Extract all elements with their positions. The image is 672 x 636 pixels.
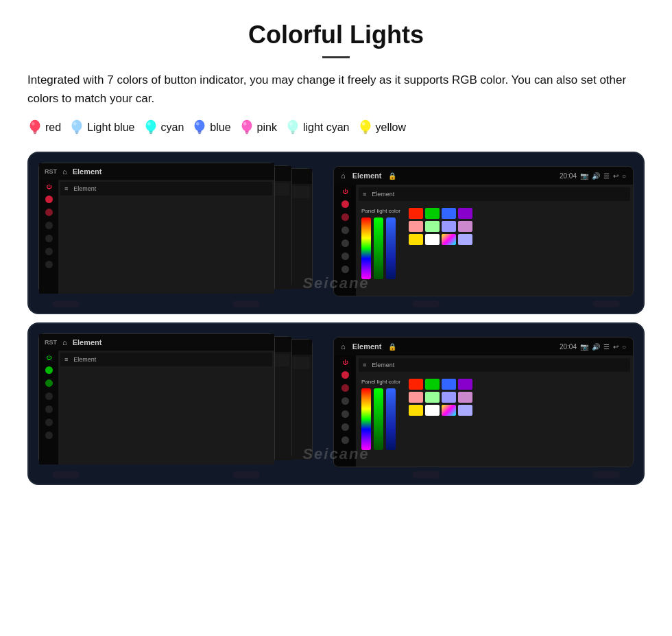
- watermark-1: Seicane: [302, 274, 369, 292]
- device-mount-tabs-1: [38, 296, 634, 307]
- main-panel-screen-2: ⌂ Element 🔒 20:04 📷 🔊 ☰ ↩ ○: [333, 337, 634, 467]
- bulb-icon-pink: [239, 119, 254, 137]
- svg-point-4: [72, 120, 82, 132]
- svg-rect-10: [149, 133, 152, 134]
- svg-point-19: [243, 122, 246, 126]
- svg-rect-6: [75, 133, 78, 134]
- svg-rect-25: [363, 131, 368, 133]
- page-description: Integrated with 7 colors of button indic…: [27, 71, 645, 108]
- title-divider: [322, 56, 350, 58]
- color-item-yellow: yellow: [358, 119, 406, 137]
- bulb-icon-blue: [192, 119, 207, 137]
- svg-rect-2: [34, 133, 36, 134]
- screen-front-1: RST ⌂ Element ⏻: [38, 163, 275, 293]
- main-panel-screen-1: ⌂ Element 🔒 20:04 📷 🔊 ☰ ↩ ○: [333, 166, 634, 296]
- svg-rect-21: [291, 131, 295, 133]
- bulb-icon-yellow: [358, 119, 373, 137]
- bulb-icon-lightcyan: [285, 119, 300, 137]
- svg-rect-18: [245, 133, 248, 134]
- stacked-screens-left-2: MIC ⌂ Element: [38, 333, 326, 467]
- page-container: Colorful Lights Integrated with 7 colors…: [0, 0, 672, 514]
- stacked-screens-left-1: MIC ⌂ Element: [38, 163, 326, 296]
- color-label-cyan: cyan: [161, 121, 184, 134]
- svg-rect-1: [33, 131, 37, 133]
- svg-point-0: [30, 120, 40, 132]
- color-label-lightcyan: light cyan: [303, 121, 350, 134]
- page-title: Colorful Lights: [27, 21, 645, 49]
- svg-rect-17: [245, 131, 249, 133]
- color-item-lightblue: Light blue: [69, 119, 134, 137]
- color-label-lightblue: Light blue: [87, 121, 134, 134]
- color-label-pink: pink: [257, 121, 277, 134]
- svg-rect-22: [291, 133, 294, 134]
- svg-rect-9: [149, 131, 153, 133]
- svg-point-8: [145, 120, 156, 132]
- svg-rect-14: [198, 133, 201, 134]
- device-row-1: MIC ⌂ Element: [27, 152, 645, 314]
- device-mount-tabs-2: [38, 467, 634, 478]
- svg-rect-13: [198, 131, 202, 133]
- svg-point-7: [73, 122, 77, 126]
- color-item-red: red: [27, 119, 61, 137]
- color-label-red: red: [45, 121, 61, 134]
- color-item-lightcyan: light cyan: [285, 119, 350, 137]
- svg-point-20: [287, 120, 298, 132]
- svg-point-15: [196, 122, 200, 126]
- color-item-cyan: cyan: [143, 119, 184, 137]
- svg-rect-5: [75, 131, 79, 133]
- device-row-2: MIC ⌂ Element: [27, 322, 645, 485]
- svg-point-27: [361, 122, 365, 126]
- svg-point-23: [289, 122, 293, 126]
- bulb-icon-cyan: [143, 119, 158, 137]
- svg-point-3: [32, 122, 35, 126]
- svg-point-11: [147, 122, 150, 126]
- watermark-2: Seicane: [302, 445, 369, 463]
- svg-point-16: [241, 120, 252, 132]
- color-item-blue: blue: [192, 119, 230, 137]
- color-label-blue: blue: [210, 121, 230, 134]
- svg-rect-26: [364, 133, 367, 134]
- screen-front-2: RST ⌂ Element ⏻: [38, 333, 275, 464]
- color-item-pink: pink: [239, 119, 277, 137]
- svg-point-24: [360, 120, 370, 132]
- bulb-icon-red: [27, 119, 43, 137]
- color-row: red Light blue cyan: [27, 119, 645, 137]
- svg-point-12: [195, 120, 205, 132]
- bulb-icon-lightblue: [69, 119, 84, 137]
- color-label-yellow: yellow: [376, 121, 406, 134]
